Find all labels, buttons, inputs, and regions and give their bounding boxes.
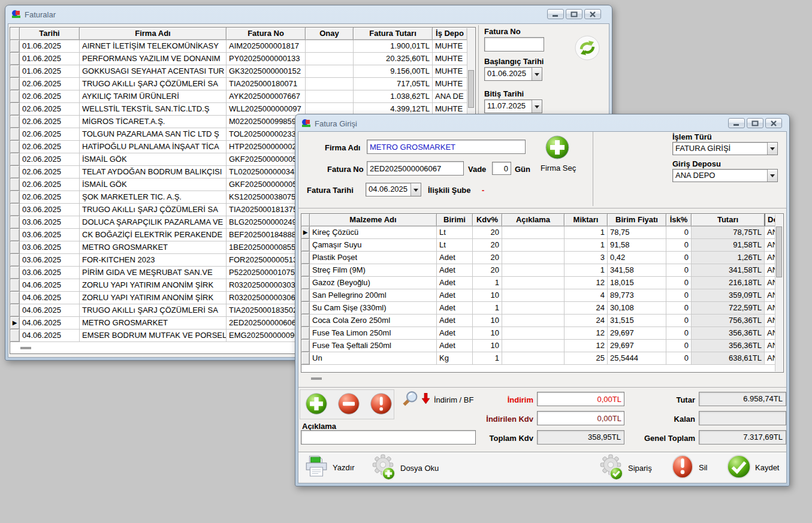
islem-turu-combo[interactable]: FATURA GİRİŞİ: [672, 142, 778, 155]
row-selector[interactable]: [301, 252, 310, 264]
table-row[interactable]: ▶ Kireç Çözücü Lt 20 1 78,75 0 78,75TL A…: [301, 226, 783, 239]
col-fatura-tutari[interactable]: Fatura Tutarı: [354, 28, 433, 40]
table-row[interactable]: Su Cam Şişe (330ml) Adet 1 24 30,108 0 7…: [301, 302, 783, 315]
maximize-button[interactable]: [566, 9, 582, 19]
add-row-button[interactable]: [304, 392, 328, 418]
row-selector[interactable]: [10, 292, 20, 304]
row-selector[interactable]: [301, 340, 310, 352]
invoice-table-header[interactable]: Tarihi Firma Adı Fatura No Onay Fatura T…: [10, 28, 475, 40]
col-miktari[interactable]: Miktarı: [565, 214, 608, 226]
row-selector[interactable]: [10, 304, 20, 317]
chevron-down-icon[interactable]: [767, 170, 777, 182]
row-selector[interactable]: [301, 302, 310, 315]
chevron-down-icon[interactable]: [767, 143, 777, 155]
row-selector[interactable]: [10, 103, 20, 116]
row-selector[interactable]: [10, 241, 20, 254]
kaydet-button[interactable]: Kaydet: [726, 454, 779, 481]
items-table-hscroll-thumb[interactable]: [311, 377, 322, 380]
row-selector[interactable]: [10, 166, 20, 179]
firma-adi-input[interactable]: [367, 140, 526, 154]
faturalar-titlebar[interactable]: Faturalar: [8, 7, 609, 22]
col-tarihi[interactable]: Tarihi: [20, 28, 80, 40]
close-button[interactable]: [584, 9, 601, 19]
table-row[interactable]: 01.06.2025 AIRNET İLETİŞİM TELEKOMÜNİKAS…: [10, 40, 475, 53]
vscroll-thumb[interactable]: [776, 226, 782, 277]
siparis-button[interactable]: Sipariş: [597, 454, 652, 483]
table-row[interactable]: Plastik Poşet Adet 20 3 0,42 0 1,26TL AN: [301, 252, 783, 264]
chevron-down-icon[interactable]: [532, 68, 542, 80]
filter-end-combo[interactable]: 11.07.2025: [484, 99, 542, 113]
row-selector[interactable]: [301, 352, 310, 365]
col-tutari[interactable]: Tutarı: [692, 214, 765, 226]
row-selector[interactable]: [10, 229, 20, 241]
table-row[interactable]: 02.06.2025 AYKILIÇ TARIM ÜRÜNLERİ AYK202…: [10, 90, 475, 103]
yazdir-button[interactable]: Yazdır: [304, 455, 355, 480]
row-selector[interactable]: [10, 141, 20, 153]
col-fatura-no[interactable]: Fatura No: [227, 28, 306, 40]
row-selector[interactable]: [10, 128, 20, 141]
row-selector[interactable]: [301, 315, 310, 327]
row-selector[interactable]: [10, 65, 20, 78]
row-selector[interactable]: [10, 40, 20, 53]
invoice-table-hscroll-thumb[interactable]: [20, 347, 31, 349]
col-onay[interactable]: Onay: [306, 28, 354, 40]
col-birim-fiyati[interactable]: Birim Fiyatı: [608, 214, 666, 226]
dosya-oku-button[interactable]: Dosya Oku: [369, 454, 439, 483]
vscroll-thumb[interactable]: [468, 70, 474, 108]
remove-row-button[interactable]: [337, 392, 361, 418]
firma-sec-button[interactable]: [544, 134, 570, 162]
col-birimi[interactable]: Birimi: [437, 214, 473, 226]
aciklama-input[interactable]: [301, 430, 476, 445]
table-row[interactable]: San Pellegrino 200ml Adet 10 4 89,773 0 …: [301, 289, 783, 302]
vade-input[interactable]: [492, 162, 511, 175]
chevron-down-icon[interactable]: [532, 100, 542, 113]
indirim-input[interactable]: [537, 392, 624, 406]
table-row[interactable]: 01.06.2025 GOKKUSAGI SEYAHAT ACENTASI TU…: [10, 65, 475, 78]
table-row[interactable]: Streç Film (9M) Adet 20 1 341,58 0 341,5…: [301, 264, 783, 277]
filter-start-combo[interactable]: 01.06.2025: [484, 67, 542, 81]
table-row[interactable]: Un Kg 1 25 25,5444 0 638,61TL AN: [301, 352, 783, 365]
table-row[interactable]: Çamaşır Suyu Lt 20 1 91,58 0 91,58TL AN: [301, 239, 783, 252]
row-selector[interactable]: [301, 239, 310, 252]
fatura-no-input[interactable]: [367, 161, 464, 176]
row-selector[interactable]: [301, 327, 310, 340]
row-selector[interactable]: [10, 116, 20, 128]
warning-row-button[interactable]: [369, 392, 393, 418]
row-selector[interactable]: [10, 179, 20, 191]
items-table[interactable]: Malzeme Adı Birimi Kdv% Açıklama Miktarı…: [301, 213, 784, 373]
col-isk[interactable]: İsk%: [666, 214, 692, 226]
close-button[interactable]: [765, 118, 782, 128]
row-selector[interactable]: [301, 289, 310, 302]
sil-button[interactable]: Sil: [670, 454, 707, 481]
col-is-depo[interactable]: İş Depo: [433, 28, 467, 40]
indirilen-kdv-input[interactable]: [537, 411, 624, 425]
row-selector[interactable]: [10, 267, 20, 279]
row-selector[interactable]: [10, 53, 20, 65]
fatura-girisi-titlebar[interactable]: Fatura Girişi: [298, 116, 787, 131]
table-row[interactable]: Coca Cola Zero 250ml Adet 10 24 31,515 0…: [301, 315, 783, 327]
fatura-tarihi-combo[interactable]: 04.06.2025: [366, 183, 421, 196]
maximize-button[interactable]: [747, 118, 763, 128]
table-row[interactable]: 02.06.2025 TRUGO AKıLLı ŞARJ ÇÖZÜMLERİ S…: [10, 78, 475, 90]
row-selector[interactable]: [10, 216, 20, 229]
minimize-button[interactable]: [547, 9, 564, 19]
col-firma-adi[interactable]: Firma Adı: [80, 28, 227, 40]
row-selector[interactable]: ▶: [301, 226, 310, 239]
filter-fatura-no-input[interactable]: [484, 37, 544, 52]
row-selector[interactable]: [10, 78, 20, 90]
table-row[interactable]: 01.06.2025 PERFORMANS YAZILIM VE DONANIM…: [10, 53, 475, 65]
row-selector[interactable]: [10, 153, 20, 166]
row-selector[interactable]: [10, 204, 20, 216]
table-row[interactable]: Fuse Tea Limon 250ml Adet 10 12 29,697 0…: [301, 327, 783, 340]
giris-deposu-combo[interactable]: ANA DEPO: [672, 169, 778, 182]
row-selector[interactable]: [301, 277, 310, 289]
items-table-vscrollbar[interactable]: [775, 214, 783, 371]
col-kdv[interactable]: Kdv%: [473, 214, 502, 226]
refresh-icon[interactable]: [574, 35, 600, 63]
items-table-header[interactable]: Malzeme Adı Birimi Kdv% Açıklama Miktarı…: [301, 214, 783, 226]
col-aciklama[interactable]: Açıklama: [502, 214, 565, 226]
row-selector[interactable]: [10, 90, 20, 103]
chevron-down-icon[interactable]: [410, 183, 421, 196]
row-selector[interactable]: [10, 254, 20, 267]
search-icon[interactable]: [402, 391, 418, 409]
